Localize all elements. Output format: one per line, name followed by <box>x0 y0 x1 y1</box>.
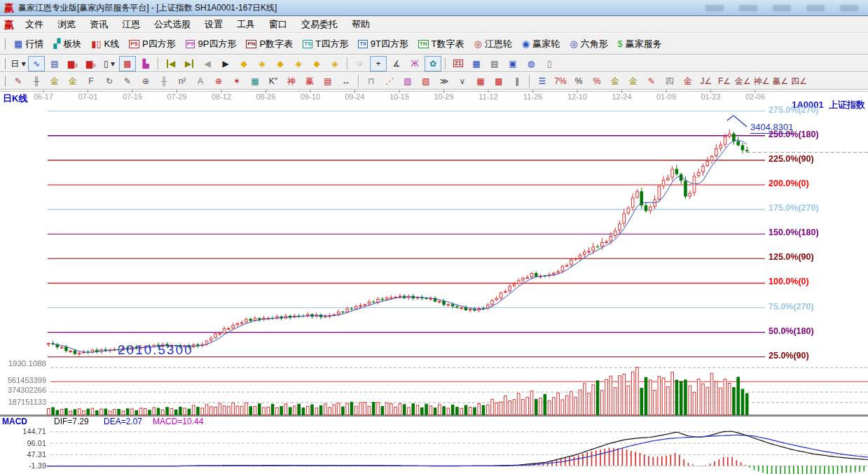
diamond-cross-button[interactable]: ◈ <box>290 56 307 71</box>
toolbar-grip[interactable] <box>2 76 6 87</box>
gold-angle-button[interactable]: 金∠ <box>734 74 752 89</box>
toolbar-grip[interactable] <box>2 39 6 50</box>
menu-item-文件[interactable]: 文件 <box>18 17 50 32</box>
kline-period-select-button[interactable]: 日 ▾ <box>10 56 27 71</box>
circle-grid-button[interactable]: ⊕ <box>137 74 154 89</box>
last-page-button[interactable]: ▶ <box>181 56 198 71</box>
ying-angle-button[interactable]: 赢∠ <box>772 74 790 89</box>
toolbar-button-winner-wheel[interactable]: ◉赢家轮 <box>517 35 565 53</box>
f-grid-button[interactable]: F <box>83 74 99 89</box>
menu-item-设置[interactable]: 设置 <box>198 17 230 32</box>
save-button[interactable]: ▣ <box>504 56 521 71</box>
bars-3-button[interactable]: ▆₃ <box>64 56 81 71</box>
menu-item-公式选股[interactable]: 公式选股 <box>147 17 198 32</box>
red-grid-a-button[interactable]: ▦ <box>472 74 489 89</box>
toolbar-button-p-square[interactable]: PSP四方形 <box>124 35 180 53</box>
toolbar-button-hexagon[interactable]: ◎六角形 <box>565 35 612 53</box>
mirror-angle-button[interactable]: A <box>192 74 209 89</box>
brain-tool-button[interactable]: ✿ <box>425 56 441 71</box>
star-grid-button[interactable]: ✶ <box>228 74 245 89</box>
ruler-grid-button[interactable]: ▤ <box>319 74 336 89</box>
page-next-button[interactable]: ▶ <box>217 56 234 71</box>
angle-tool-button[interactable]: ∡ <box>388 56 405 71</box>
measure-tool-button[interactable]: ↔ <box>338 74 354 89</box>
four-angle-button[interactable]: 四∠ <box>790 74 808 89</box>
toolbar-button-sectors[interactable]: ▞板块 <box>48 35 86 53</box>
fan-box-b-button[interactable]: ▧ <box>418 74 434 89</box>
pct-line-button[interactable]: % <box>588 74 605 89</box>
first-page-button[interactable]: ◀ <box>163 56 179 71</box>
gold-underline-button[interactable]: 金 <box>680 74 696 89</box>
four-angle-icon: 四∠ <box>791 77 807 85</box>
calculator-button[interactable]: ▦ <box>468 56 485 71</box>
j-angle-button[interactable]: J∠ <box>698 74 715 89</box>
toolbar-button-t-number-table[interactable]: TNT数字表 <box>413 35 469 53</box>
red-grid-b-button[interactable]: ▩ <box>490 74 507 89</box>
workstation-button[interactable]: ▯ <box>541 56 558 71</box>
box-tool-button[interactable]: ⊓ <box>363 74 380 89</box>
gann-shape-tool-button[interactable]: Ж <box>406 56 423 71</box>
four-shape-button[interactable]: 四 <box>661 74 678 89</box>
hand-tool-button[interactable]: ☞ <box>352 56 368 71</box>
macd-dea-value: DEA=2.07 <box>104 417 142 426</box>
menu-item-浏览[interactable]: 浏览 <box>50 17 83 32</box>
toolbar-button-p-number-table[interactable]: PNP数字表 <box>241 35 298 53</box>
f-angle-button[interactable]: F∠ <box>716 74 733 89</box>
menu-item-江恩[interactable]: 江恩 <box>115 17 147 32</box>
save-web-button[interactable]: ◍ <box>523 56 539 71</box>
diamond-right-button[interactable]: ◈ <box>254 56 270 71</box>
k-mark-button[interactable]: K″ <box>265 74 282 89</box>
color-histogram-button[interactable]: ▙ <box>137 56 154 71</box>
diamond-both-button[interactable]: ◆ <box>272 56 289 71</box>
pct-tool-button[interactable]: % <box>570 74 587 89</box>
diamond-all-button[interactable]: ◈ <box>326 56 343 71</box>
toolbar-button-kline[interactable]: ▮▯K线 <box>86 35 124 53</box>
page-prev-button[interactable]: ◀ <box>199 56 216 71</box>
gann-line-grid-button[interactable]: ╫ <box>28 74 45 89</box>
pattern-view-button[interactable]: ▩ <box>119 56 136 71</box>
toolbar-button-9p-square[interactable]: P99P四方形 <box>181 35 242 53</box>
line-grid-button[interactable]: ╫ <box>156 74 172 89</box>
diamond-left-button[interactable]: ◆ <box>235 56 252 71</box>
notes-button[interactable]: ▤ <box>486 56 503 71</box>
calendar-button[interactable]: 21 <box>450 56 467 71</box>
menu-item-帮助[interactable]: 帮助 <box>345 17 377 32</box>
toolbar-grip[interactable] <box>2 58 6 69</box>
toolbar-button-t-square[interactable]: TST四方形 <box>298 35 353 53</box>
gold-grid-a-button[interactable]: 金 <box>46 74 63 89</box>
gold-circle-button[interactable]: 金 <box>607 74 624 89</box>
zigzag-view-button[interactable]: ∿ <box>28 56 45 71</box>
pct-seven-button[interactable]: 7% <box>552 74 569 89</box>
pen-grid-button[interactable]: ✎ <box>119 74 136 89</box>
bars-9-button[interactable]: ▆₉ <box>83 56 99 71</box>
n2-grid-button[interactable]: n² <box>174 74 191 89</box>
level-bars-button[interactable]: ☰ <box>534 74 551 89</box>
toolbar-button-quotes[interactable]: ▦行情 <box>9 35 48 53</box>
spiral-tool-button[interactable]: ↻ <box>101 74 118 89</box>
crosshair-tool-button[interactable]: + <box>370 56 387 71</box>
net-grid-button[interactable]: ▦ <box>247 74 263 89</box>
parallel-tool-button[interactable]: ∥ <box>509 74 525 89</box>
toolbar-button-gann-wheel[interactable]: ◎江恩轮 <box>469 35 516 53</box>
menu-item-交易委托[interactable]: 交易委托 <box>294 17 345 32</box>
toolbar-button-9t-square[interactable]: T99T四方形 <box>353 35 413 53</box>
ying-grid-button[interactable]: 赢 <box>301 74 318 89</box>
wave-tool-button[interactable]: ∨ <box>454 74 471 89</box>
shen-angle-button[interactable]: 神∠ <box>753 74 771 89</box>
menu-item-资讯[interactable]: 资讯 <box>83 17 115 32</box>
menu-item-窗口[interactable]: 窗口 <box>262 17 294 32</box>
ray-tool-button[interactable]: ≫ <box>436 74 453 89</box>
pen-tool-button[interactable]: ✎ <box>10 74 27 89</box>
shen-grid-button[interactable]: 神 <box>283 74 300 89</box>
candle-style-select-button[interactable]: ▯ ▾ <box>101 56 118 71</box>
circle-cross-button[interactable]: ⊕ <box>210 74 227 89</box>
fan-box-a-button[interactable]: ▨ <box>399 74 416 89</box>
gold-level-button[interactable]: 金 <box>625 74 642 89</box>
gann-fan-button[interactable]: ⋰ <box>381 74 398 89</box>
toolbar-button-winner-service[interactable]: $赢家服务 <box>612 35 666 53</box>
pen-bars-button[interactable]: ✎ <box>643 74 660 89</box>
gold-grid-b-button[interactable]: 金 <box>64 74 81 89</box>
diamond-star-button[interactable]: ◆ <box>308 56 325 71</box>
menu-item-工具[interactable]: 工具 <box>230 17 262 32</box>
info-note-button[interactable]: ▤ <box>46 56 63 71</box>
